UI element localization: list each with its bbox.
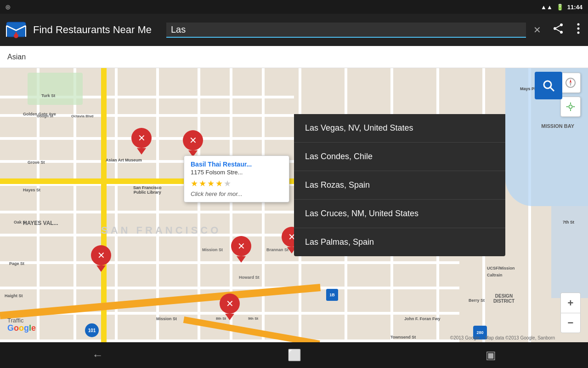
nav-bar: ← ⬜ ▣ [0,342,588,368]
top-bar: Find Restaurants Near Me ✕ [0,14,588,46]
popup-link[interactable]: Click here for mor... [191,190,283,197]
status-bar: ◎ ▲▲ 🔋 11:44 [0,0,588,14]
svg-point-10 [577,23,580,26]
star-3: ★ [207,178,215,189]
star-4: ★ [215,178,223,189]
restaurant-pin-3[interactable]: ✕ [91,245,111,270]
svg-point-12 [577,32,580,34]
star-5: ★ [224,178,231,189]
svg-point-11 [577,28,580,30]
copyright: ©2013 Google – Map data ©2013 Google, Sa… [450,335,555,340]
clear-button[interactable]: ✕ [531,23,543,37]
restaurant-pin-4[interactable]: ✕ [231,236,251,261]
share-button[interactable] [548,19,568,41]
svg-point-5 [560,23,563,26]
app-title: Find Restaurants Near Me [33,24,152,36]
neighborhood-label: HAYES VAL... [23,220,58,226]
dropdown-item-2[interactable]: Las Rozas, Spain [294,171,505,200]
zoom-in-button[interactable]: + [560,293,581,313]
search-container [166,23,526,38]
traffic-badge: Traffic [7,317,23,324]
dropdown-item-0[interactable]: Las Vegas, NV, United States [294,114,505,143]
popup-title[interactable]: Basil Thai Restaur... [191,161,283,168]
svg-point-7 [560,31,563,34]
recent-apps-button[interactable]: ▣ [475,345,507,365]
home-button[interactable]: ⬜ [277,345,312,365]
filter-label: Asian [7,53,26,61]
battery-icon: 🔋 [556,4,564,11]
back-button[interactable]: ← [81,345,114,365]
svg-point-16 [569,105,572,108]
dropdown-item-4[interactable]: Las Palmas, Spain [294,228,505,256]
restaurant-pin-1[interactable]: ✕ [131,128,152,153]
zoom-controls: + − [560,293,581,333]
more-button[interactable] [573,19,583,41]
map-popup: Basil Thai Restaur... 1175 Folsom Stre..… [184,155,289,202]
filter-bar: Asian [0,46,588,68]
svg-line-22 [550,87,554,91]
status-bar-right: ▲▲ 🔋 11:44 [541,4,582,11]
restaurant-pin-2[interactable]: ✕ [183,130,203,155]
popup-stars: ★ ★ ★ ★ ★ [191,178,283,189]
search-input[interactable] [171,24,521,35]
route-101-badge: 101 [85,323,99,337]
map-controls [560,73,581,117]
compass-button[interactable] [560,73,581,93]
svg-marker-14 [570,79,571,83]
svg-point-21 [544,81,551,88]
app-icon [5,18,28,41]
popup-address: 1175 Folsom Stre... [191,169,283,176]
star-2: ★ [199,178,206,189]
dropdown-item-1[interactable]: Las Condes, Chile [294,143,505,171]
location-button[interactable] [560,97,581,117]
svg-marker-15 [570,83,571,86]
location-icon: ◎ [6,4,10,10]
design-district-label: DESIGNDISTRICT [493,293,514,304]
dropdown-item-3[interactable]: Las Cruces, NM, United States [294,200,505,228]
route-1b-badge: 1B [326,289,338,301]
svg-line-9 [556,29,560,32]
svg-line-8 [556,26,560,28]
svg-point-6 [554,27,556,30]
restaurant-pin-6[interactable]: ✕ [220,293,240,319]
map-area[interactable]: SAN FRANCISCO HAYES VAL... MISSION BAY D… [0,68,588,342]
star-1: ★ [191,178,198,189]
google-badge: Google [7,323,36,333]
clock: 11:44 [567,4,582,11]
search-dropdown: Las Vegas, NV, United States Las Condes,… [294,114,505,256]
status-bar-left: ◎ [6,4,10,10]
wifi-icon: ▲▲ [541,4,553,11]
zoom-out-button[interactable]: − [560,313,581,333]
search-map-button[interactable] [535,72,562,99]
